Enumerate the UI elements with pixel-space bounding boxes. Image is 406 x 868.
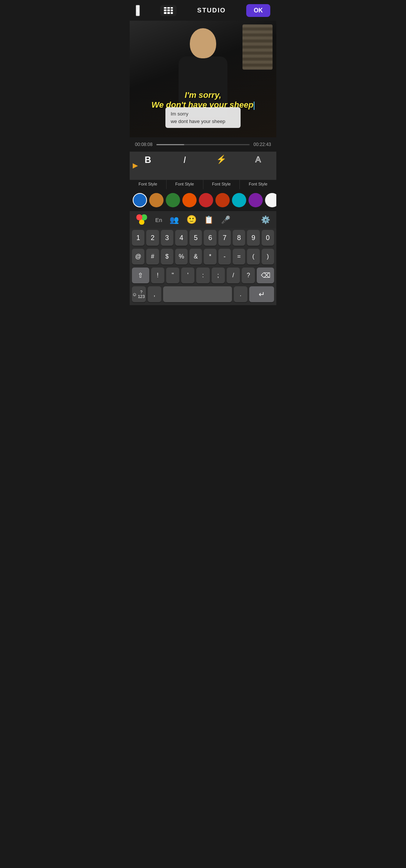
key-slash[interactable]: /: [227, 268, 240, 283]
key-minus[interactable]: -: [218, 249, 231, 265]
color-green[interactable]: [166, 193, 180, 207]
emoji-switch-key[interactable]: ☺?123: [132, 286, 146, 302]
return-key[interactable]: ↵: [249, 286, 274, 302]
color-white[interactable]: [265, 193, 276, 207]
key-ampersand[interactable]: &: [189, 249, 202, 265]
subtitle-icon-button[interactable]: [160, 5, 177, 16]
header: ‹ STUDIO OK: [130, 0, 276, 21]
color-purple[interactable]: [248, 193, 263, 207]
font-style-outlined-thumb: A: [240, 152, 276, 180]
outlined-icon: A: [240, 155, 276, 164]
color-brown-orange[interactable]: [149, 193, 164, 207]
font-style-lightning[interactable]: ⚡ Font Style: [203, 152, 240, 189]
symbol-row-2: ⇧ ! " ' : ; / ? ⌫: [130, 266, 276, 285]
color-deep-red[interactable]: [215, 193, 230, 207]
key-dollar[interactable]: $: [161, 249, 173, 265]
font-style-bold[interactable]: B Font Style: [130, 152, 166, 189]
people-icon[interactable]: 👥: [170, 215, 179, 224]
key-0[interactable]: 0: [262, 230, 274, 246]
color-blue[interactable]: [133, 193, 147, 207]
key-comma[interactable]: ,: [148, 286, 162, 302]
font-style-italic-label: Font Style: [175, 182, 194, 186]
key-doublequote[interactable]: ": [166, 268, 179, 283]
key-at[interactable]: @: [132, 249, 144, 265]
key-4[interactable]: 4: [175, 230, 188, 246]
key-8[interactable]: 8: [233, 230, 245, 246]
total-time: 00:22:43: [253, 142, 271, 147]
color-orange[interactable]: [182, 193, 197, 207]
play-icon-1: [133, 163, 138, 169]
subtitle-line1: I'm sorry,: [151, 90, 255, 100]
key-percent[interactable]: %: [175, 249, 188, 265]
video-preview: I'm sorry, We don't have your sheep Im s…: [130, 21, 276, 137]
timeline-track[interactable]: [156, 144, 250, 145]
keyboard-toolbar: En 👥 🙂 📋 🎤 ⚙️: [130, 211, 276, 228]
transcript-line1: Im sorry: [171, 110, 235, 118]
clipboard-icon[interactable]: 📋: [204, 215, 214, 224]
color-red[interactable]: [199, 193, 213, 207]
key-asterisk[interactable]: *: [204, 249, 216, 265]
font-style-bold-thumb: B: [130, 152, 166, 180]
key-close-paren[interactable]: ): [262, 249, 274, 265]
person-head: [190, 28, 216, 58]
color-palette: [130, 189, 276, 211]
language-button[interactable]: En: [155, 217, 162, 223]
key-7[interactable]: 7: [218, 230, 231, 246]
key-3[interactable]: 3: [161, 230, 173, 246]
key-2[interactable]: 2: [146, 230, 159, 246]
microphone-icon[interactable]: 🎤: [221, 215, 230, 224]
transcript-popup: Im sorry we dont have your sheep: [165, 107, 241, 128]
key-1[interactable]: 1: [132, 230, 144, 246]
key-equals[interactable]: =: [233, 249, 245, 265]
key-question[interactable]: ?: [242, 268, 255, 283]
page-title: STUDIO: [197, 7, 226, 14]
font-style-outlined[interactable]: A Font Style: [240, 152, 276, 189]
text-cursor: [254, 102, 255, 110]
key-semicolon[interactable]: ;: [212, 268, 225, 283]
key-colon[interactable]: :: [196, 268, 209, 283]
key-hash[interactable]: #: [146, 249, 159, 265]
key-6[interactable]: 6: [204, 230, 216, 246]
color-cyan[interactable]: [232, 193, 246, 207]
transcript-line2: we dont have your sheep: [171, 118, 235, 125]
back-button[interactable]: ‹: [136, 5, 140, 16]
timeline-progress: [156, 144, 185, 145]
space-key[interactable]: [163, 286, 232, 302]
settings-icon[interactable]: ⚙️: [261, 215, 270, 224]
key-period[interactable]: .: [234, 286, 248, 302]
number-row: 1 2 3 4 5 6 7 8 9 0: [130, 228, 276, 247]
font-style-toolbar: B Font Style I Font Style ⚡ Font Style A…: [130, 152, 276, 189]
emoji-icon[interactable]: 🙂: [186, 215, 197, 225]
ok-button[interactable]: OK: [246, 4, 270, 17]
font-style-bold-label: Font Style: [139, 182, 158, 186]
timeline-bar: 00:08:08 00:22:43: [130, 137, 276, 152]
background-window: [242, 24, 273, 70]
key-9[interactable]: 9: [247, 230, 259, 246]
font-style-lightning-label: Font Style: [212, 182, 231, 186]
font-style-lightning-thumb: ⚡: [203, 152, 240, 180]
key-singlequote[interactable]: ': [181, 268, 194, 283]
bottom-row: ☺?123 , . ↵: [130, 285, 276, 305]
font-style-italic[interactable]: I Font Style: [167, 152, 203, 189]
keyboard: 1 2 3 4 5 6 7 8 9 0 @ # $ % & * - = ( ) …: [130, 228, 276, 305]
shift-key[interactable]: ⇧: [132, 268, 149, 283]
multitasking-icon[interactable]: [136, 214, 148, 226]
current-time: 00:08:08: [135, 142, 153, 147]
font-style-italic-thumb: I: [167, 152, 203, 180]
key-open-paren[interactable]: (: [247, 249, 259, 265]
italic-icon: I: [167, 155, 203, 165]
font-style-outlined-label: Font Style: [249, 182, 268, 186]
key-5[interactable]: 5: [189, 230, 202, 246]
backspace-key[interactable]: ⌫: [257, 268, 274, 283]
lightning-icon: ⚡: [203, 155, 240, 164]
key-exclamation[interactable]: !: [151, 268, 164, 283]
symbol-row-1: @ # $ % & * - = ( ): [130, 247, 276, 266]
